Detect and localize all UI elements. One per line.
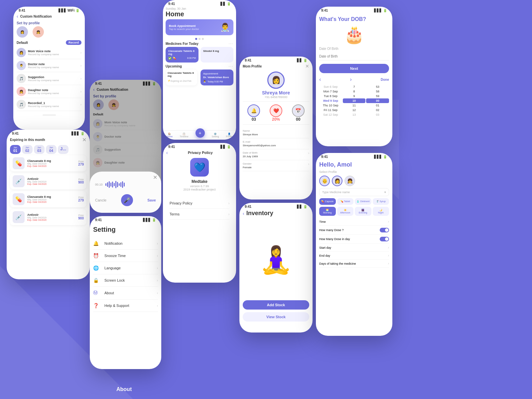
med-card-clavuanate[interactable]: Clavuanate Tablets 8 mg ✅ 💊 8:30 PM — [166, 47, 199, 63]
chevron-gender[interactable]: › — [308, 162, 309, 169]
setting-notification[interactable]: 🔔 Notification › — [93, 237, 158, 250]
mic-button[interactable]: 🎤 — [121, 194, 133, 206]
start-day-chevron[interactable]: › — [388, 246, 389, 249]
tod-night[interactable]: 🌙 Night — [373, 207, 389, 216]
cal-col-2-4[interactable]: 10 — [343, 98, 366, 103]
stat-box-2: ❤️ 20% — [265, 104, 287, 122]
medicines-more-dots[interactable]: ··· — [229, 42, 233, 46]
setting-help[interactable]: ❓ Help & Support › — [93, 300, 158, 312]
add-stock-button[interactable]: Add Stock — [243, 300, 309, 310]
type-ointment[interactable]: 🧴 Ointment — [355, 198, 371, 205]
cal-day-3[interactable]: Tue 8 Sep — [319, 94, 342, 98]
setting-language[interactable]: 🌐 Language › — [93, 262, 158, 274]
app-name: Medtake — [192, 179, 207, 184]
cal-col-3-3[interactable]: 59 — [366, 94, 389, 98]
cal-col-2-3[interactable]: 9 — [343, 94, 366, 98]
cal-col-2-1[interactable]: 7 — [343, 84, 366, 89]
view-stock-button[interactable]: View Stock — [243, 312, 309, 322]
cal-day-4-wed[interactable]: Wed 9 Sep — [319, 98, 342, 103]
med-card-silodol[interactable]: Silodol 8 mg — [200, 47, 233, 63]
cal-col-2-6[interactable]: 12 — [343, 108, 366, 112]
cal-prev-btn[interactable]: ‹ — [319, 76, 321, 82]
save-button[interactable]: Save — [147, 198, 156, 202]
dropdown-arrow: ▾ — [384, 191, 386, 194]
cancel-button[interactable]: Cancle — [95, 198, 106, 202]
privacy-policy-link[interactable]: Privacy Policy › — [170, 198, 229, 209]
cal-next-btn[interactable]: › — [350, 76, 352, 82]
month-tab-jan04[interactable]: Jan 04 — [46, 145, 57, 154]
dob-input[interactable] — [319, 53, 389, 61]
upcoming-more-dots[interactable]: ··· — [229, 65, 233, 68]
upcoming-card-1[interactable]: Clavuanate Tablets 8 mg ⚡ Expiring on 2n… — [166, 69, 197, 85]
nav-add[interactable]: + — [196, 128, 205, 138]
dose-day-toggle[interactable] — [380, 237, 389, 241]
exp-item-1[interactable]: 💊 Clavuanate 8 mg Mfg. Date 04/2019 Exp.… — [10, 155, 86, 171]
next-button[interactable]: Next — [319, 64, 389, 73]
record-badge[interactable]: Record — [66, 40, 81, 45]
nav-profile[interactable]: 👤 Profile — [226, 133, 233, 138]
tod-evening[interactable]: 🌆 Evening — [355, 207, 371, 216]
done-btn[interactable]: Done — [381, 78, 389, 81]
morning-label: Morning — [320, 211, 335, 214]
back-btn-inventory[interactable]: ‹ — [243, 211, 244, 216]
cal-col-2-7[interactable]: 13 — [343, 112, 366, 117]
type-syrup[interactable]: 🥤 Syrup — [373, 198, 389, 205]
select-avatar-1[interactable]: 👴 — [319, 176, 330, 186]
note-item-recorded[interactable]: 🎵 Recorded_1 Record by company name › — [17, 98, 81, 111]
setting-snooze[interactable]: ⏰ Snooze Time › — [93, 250, 158, 262]
cal-day-7[interactable]: Sat 12 Sep — [319, 112, 342, 117]
month-tab-more[interactable]: J... — [58, 145, 68, 154]
terms-link[interactable]: Terms › — [170, 209, 229, 220]
nav-setting[interactable]: ⚙️ Setting — [212, 133, 219, 138]
close-profile-btn[interactable]: ✕ — [305, 64, 309, 69]
setting-about[interactable]: Ⓜ About › — [93, 287, 158, 300]
avatar-mom[interactable]: 👩 — [17, 26, 28, 38]
nav-home[interactable]: 🏠 Home — [167, 133, 173, 138]
back-button[interactable]: ‹ — [17, 14, 18, 19]
note-item-mom[interactable]: 👩 Mom Voice note Record by company name … — [17, 46, 81, 59]
type-tablet[interactable]: 💊 Tablet — [337, 198, 354, 205]
time-chevron[interactable]: › — [388, 220, 389, 223]
close-expiring[interactable]: ✕ — [82, 137, 86, 143]
cal-col-3-2[interactable]: 58 — [366, 89, 389, 94]
cal-col-3-4[interactable]: 00 — [366, 98, 389, 103]
cal-col-3-7[interactable]: 03 — [366, 112, 389, 117]
setting-screenlock[interactable]: 🔒 Screen Lock › — [93, 274, 158, 287]
days-chevron[interactable]: › — [388, 262, 389, 265]
cal-col-3-6[interactable]: 02 — [366, 108, 389, 112]
select-avatar-2[interactable]: 👩 — [332, 176, 342, 186]
close-modal-btn[interactable]: ✕ — [153, 174, 157, 181]
month-tab-jan01[interactable]: Jan 01 — [10, 145, 21, 154]
appt-time: Today 9:00 PM — [207, 80, 223, 83]
select-avatar-3[interactable]: 👧 — [344, 176, 355, 186]
upcoming-header: Upcoming ··· — [166, 65, 233, 68]
cal-col-3-1[interactable]: 53 — [366, 84, 389, 89]
cal-day-2[interactable]: Mon 7 Sep — [319, 89, 342, 94]
chevron-dob[interactable]: › — [308, 151, 309, 158]
note-item-daughter[interactable]: 👧 Daughter note Record by company name › — [17, 85, 81, 98]
medicine-name-dropdown[interactable]: Type Medicine name ▾ — [319, 188, 389, 196]
cal-day-1[interactable]: Sun 6 Sep — [319, 84, 342, 89]
dose-toggle[interactable] — [380, 228, 389, 232]
cal-col-3-5[interactable]: 01 — [366, 103, 389, 108]
cal-col-2-2[interactable]: 8 — [343, 89, 366, 94]
tod-morning[interactable]: 🌅 Morning — [319, 207, 336, 216]
exp-item-2[interactable]: 💉 Antivoir Mfg. Date 04/2019 Exp. Date 0… — [10, 173, 86, 189]
cal-col-2-5[interactable]: 11 — [343, 103, 366, 108]
exp-item-3[interactable]: 💊 Clavuanate 8 mg Mfg. Date 04/2019 Exp.… — [10, 191, 86, 207]
price-label-1: Price — [78, 160, 84, 163]
privacy-title: Privacy Policy — [168, 151, 233, 155]
month-tab-jan03[interactable]: Jan 03 — [34, 145, 45, 154]
cal-day-6[interactable]: Fri 11 Sep — [319, 108, 342, 112]
month-tab-jan02[interactable]: Jan 02 — [22, 145, 33, 154]
tod-afternoon[interactable]: ☀️ Afternoon — [337, 207, 354, 216]
nav-timeline[interactable]: 📋 Timeline — [180, 133, 188, 138]
note-item-doctor[interactable]: 👨‍⚕️ Doctor note Record by company name … — [17, 59, 81, 72]
cal-day-5[interactable]: Thu 10 Sep — [319, 103, 342, 108]
note-item-suggestion[interactable]: 🎵 Suggestion Record by company name › — [17, 72, 81, 85]
type-capsule[interactable]: 💊 Capsule — [319, 198, 336, 205]
exp-item-4[interactable]: 💉 Antivoir Mfg. Date 04/2019 Exp. Date 0… — [10, 209, 86, 225]
upcoming-appt-card[interactable]: Appointment Dr. Valakrishan Bore 👨‍⚕️ To… — [200, 69, 233, 85]
avatar-other[interactable]: 👧 — [33, 26, 44, 38]
end-day-chevron[interactable]: › — [388, 254, 389, 257]
